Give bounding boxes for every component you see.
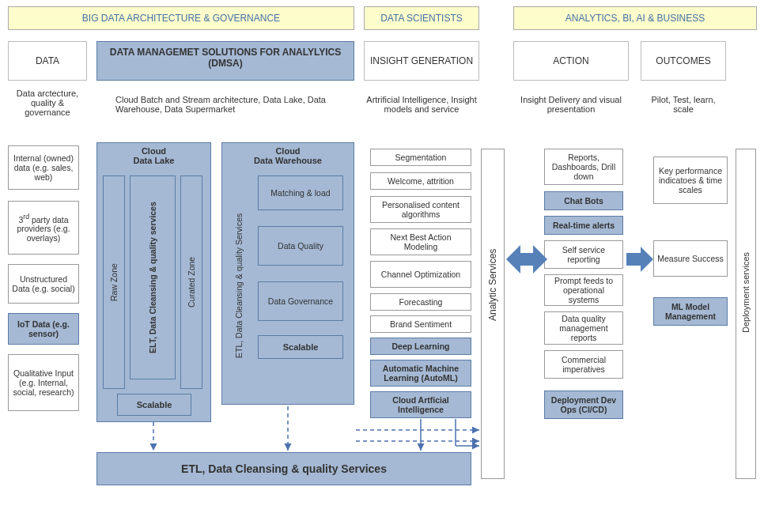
action-feeds: Prompt feeds to operational systems — [544, 274, 623, 306]
col-outcomes-sub: Pilot, Test, learn, scale — [641, 95, 726, 114]
col-action-title: ACTION — [513, 41, 629, 81]
action-chatbots: Chat Bots — [544, 191, 623, 210]
bidirectional-arrow-icon — [506, 237, 547, 281]
dmsa-title-line2: (DMSA) — [100, 58, 350, 69]
outcome-kpi: Key performance indicatoes & time scales — [653, 157, 728, 204]
insight-deep: Deep Learning — [370, 338, 471, 355]
warehouse-quality: Data Quality — [258, 226, 343, 266]
header-bigdata: BIG DATA ARCHITECTURE & GOVERNANCE — [8, 6, 354, 30]
datalake-curated: Curated Zone — [180, 175, 202, 389]
col-outcomes-title: OUTCOMES — [641, 41, 726, 81]
col-dmsa-sub: Cloud Batch and Stream architecture, Dat… — [115, 95, 337, 114]
data-iot: IoT Data (e.g. sensor) — [8, 313, 79, 345]
warehouse-etl: ETL, Data Cleansing & quality Services — [228, 174, 250, 397]
insight-welcome: Welcome, attrition — [370, 172, 471, 190]
col-dmsa-title: DATA MANAGEMET SOLUTIONS FOR ANALYLYICS … — [96, 41, 354, 81]
col-insight-sub: Artrificial Intelligence, Insight models… — [364, 95, 479, 114]
col-data-title: DATA — [8, 41, 87, 81]
insight-automl: Automatic Machine Learning (AutoML) — [370, 360, 471, 387]
insight-channel: Channel Optimization — [370, 261, 471, 288]
warehouse-scalable: Scalable — [258, 335, 343, 359]
deployment-label: Deployment services — [736, 237, 755, 348]
action-realtime: Real-time alerts — [544, 216, 623, 235]
data-internal: Internal (owned) data (e.g. sales, web) — [8, 145, 79, 190]
svg-marker-1 — [626, 247, 653, 272]
action-devops: Deployment Dev Ops (CI/CD) — [544, 391, 623, 419]
col-action-sub: Insight Delivery and visual presentation — [513, 95, 629, 114]
col-data-sub: Data arctecture, quality & governance — [8, 89, 87, 117]
datalake-rawzone: Raw Zone — [103, 175, 125, 389]
data-unstructured: Unstructured Data (e.g. social) — [8, 264, 79, 304]
dmsa-title-line1: DATA MANAGEMET SOLUTIONS FOR ANALYLYICS — [100, 47, 350, 58]
insight-forecast: Forecasting — [370, 293, 471, 311]
insight-seg: Segmentation — [370, 149, 471, 166]
datalake-elt: ELT, Data Cleansing & quality services — [130, 175, 176, 379]
warehouse-governance: Data Governance — [258, 281, 343, 321]
action-commercial: Commercial imperatives — [544, 350, 623, 379]
action-selfservice: Self service reporting — [544, 240, 623, 269]
warehouse-title: CloudData Warehouse — [222, 143, 354, 165]
outcome-mlmodel: ML Model Management — [653, 297, 728, 326]
svg-marker-0 — [506, 245, 547, 274]
datalake-scalable: Scalable — [117, 394, 191, 416]
outcome-measure: Measure Success — [653, 240, 728, 277]
action-reports: Reports, Dashboards, Drill down — [544, 149, 623, 185]
analytic-services-label: Analytic Services — [482, 229, 503, 340]
header-analytics: ANALYTICS, BI, AI & BUSINESS — [513, 6, 757, 30]
header-scientists: DATA SCIENTISTS — [364, 6, 479, 30]
etl-bar: ETL, Data Cleansing & quality Services — [96, 452, 471, 485]
warehouse-matching: Matching & load — [258, 175, 343, 210]
insight-personalised: Personalised content algorithms — [370, 196, 471, 223]
data-qualitative: Qualitative Input (e.g. Internal, social… — [8, 354, 79, 411]
action-dataqual: Data quality management reports — [544, 311, 623, 345]
data-thirdparty: 3rd party data providers (e.g. overlays) — [8, 201, 79, 255]
arrow-to-outcomes-icon — [626, 243, 653, 275]
insight-nba: Next Best Action Modeling — [370, 228, 471, 255]
insight-brand: Brand Sentiment — [370, 315, 471, 333]
insight-cloudai: Cloud Artficial Intelligence — [370, 391, 471, 418]
datalake-title: CloudData Lake — [97, 143, 210, 165]
col-insight-title: INSIGHT GENERATION — [364, 41, 479, 81]
